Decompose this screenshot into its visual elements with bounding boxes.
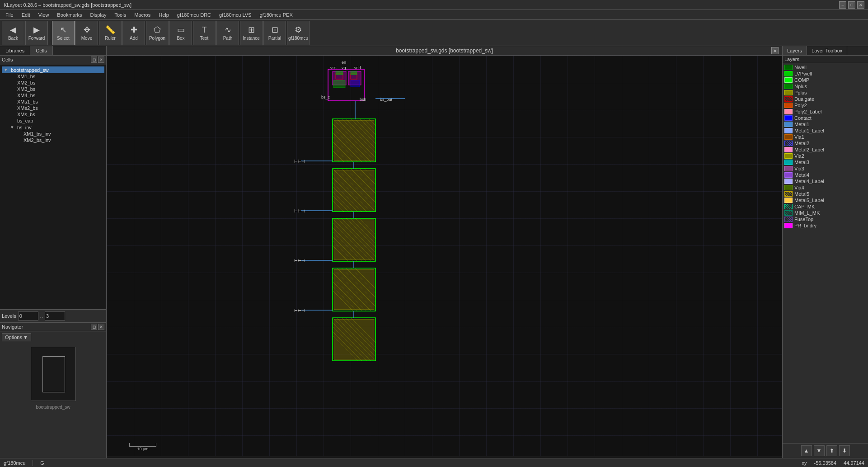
tree-item-bs_cap[interactable]: bs_cap	[2, 118, 104, 124]
tree-item-bootstrapped_sw[interactable]: ▾bootstrapped_sw	[2, 66, 104, 73]
levels-to-input[interactable]	[45, 311, 65, 321]
svg-rect-90	[336, 71, 343, 75]
layer-metal4-label[interactable]: Metal4_Label	[784, 178, 867, 184]
menu-item-gf180mcu-pex[interactable]: gf180mcu PEX	[256, 11, 296, 19]
tool-polygon[interactable]: ⬠Polygon	[146, 21, 169, 45]
tool-path[interactable]: ∿Path	[216, 21, 239, 45]
right-tab-layer-toolbox[interactable]: Layer Toolbox	[807, 46, 847, 55]
tree-item-XM4_bs[interactable]: XM4_bs	[2, 92, 104, 99]
tab-libraries[interactable]: Libraries	[0, 46, 30, 55]
menu-item-gf180mcu-drc[interactable]: gf180mcu DRC	[174, 11, 215, 19]
cell-label-XMs1_bs: XMs1_bs	[17, 99, 38, 104]
maximize-button[interactable]: □	[848, 1, 855, 9]
text-icon: T	[202, 25, 207, 35]
layer-via1[interactable]: Via1	[784, 134, 867, 140]
layer-swatch-via3	[784, 166, 793, 171]
nav-collapse-btn[interactable]: ◻	[91, 324, 97, 330]
tool-ruler[interactable]: 📏Ruler	[99, 21, 122, 45]
menu-item-macros[interactable]: Macros	[131, 11, 154, 19]
canvas-title: bootstrapped_sw.gds [bootstrapped_sw]	[117, 47, 771, 54]
toolbar-sep-2	[50, 24, 50, 42]
menu-item-display[interactable]: Display	[86, 11, 110, 19]
menu-item-view[interactable]: View	[35, 11, 53, 19]
layer-fusetop[interactable]: FuseTop	[784, 216, 867, 222]
tool-add[interactable]: ✚Add	[122, 21, 145, 45]
layer-poly2[interactable]: Poly2	[784, 102, 867, 108]
layer-move-down-button[interactable]: ▼	[814, 445, 825, 456]
layer-poly2-label[interactable]: Poly2_Label	[784, 108, 867, 115]
layer-lvpwell[interactable]: LVPwell	[784, 71, 867, 77]
nav-canvas[interactable]	[31, 347, 76, 401]
tool-forward[interactable]: ▶Forward	[25, 21, 48, 45]
layer-swatch-lvpwell	[784, 71, 793, 76]
right-tab-layers[interactable]: Layers	[783, 46, 807, 55]
layer-metal5[interactable]: Metal5	[784, 191, 867, 197]
label-vdd: vdd	[354, 66, 361, 70]
tool-select[interactable]: ↖Select	[52, 21, 75, 45]
canvas-close-button[interactable]: ✕	[771, 47, 779, 54]
tool-partial[interactable]: ⊡Partial	[263, 21, 286, 45]
partial-icon: ⊡	[272, 25, 278, 35]
layer-move-up-button[interactable]: ▲	[801, 445, 812, 456]
layer-metal1[interactable]: Metal1	[784, 121, 867, 127]
eda-canvas[interactable]: 10 μm	[107, 56, 782, 456]
tree-item-XM3_bs[interactable]: XM3_bs	[2, 86, 104, 92]
tree-collapse-btn[interactable]: ◻	[91, 57, 97, 63]
tool-box[interactable]: ▭Box	[169, 21, 192, 45]
layer-metal5-label[interactable]: Metal5_Label	[784, 197, 867, 203]
layer-swatch-mim_l_mk	[784, 210, 793, 216]
minimize-button[interactable]: –	[839, 1, 846, 9]
layer-nwell[interactable]: Nwell	[784, 64, 867, 71]
menu-item-bookmarks[interactable]: Bookmarks	[53, 11, 85, 19]
tool-instance[interactable]: ⊞Instance	[240, 21, 263, 45]
layer-swatch-fusetop	[784, 217, 793, 222]
layer-comp[interactable]: COMP	[784, 77, 867, 83]
menu-item-file[interactable]: File	[2, 11, 17, 19]
label-vg: vg	[342, 66, 346, 70]
menu-item-help[interactable]: Help	[155, 11, 173, 19]
layer-mim-l-mk[interactable]: MIM_L_MK	[784, 210, 867, 216]
tool-gf180mcu[interactable]: ⚙gf180mcu	[287, 21, 310, 45]
layer-metal4[interactable]: Metal4	[784, 172, 867, 178]
layer-nplus[interactable]: Nplus	[784, 83, 867, 90]
tab-cells[interactable]: Cells	[30, 46, 52, 55]
layer-pplus[interactable]: Pplus	[784, 90, 867, 96]
layer-cap-mk[interactable]: CAP_MK	[784, 203, 867, 210]
layer-scroll-up-button[interactable]: ⬆	[826, 445, 837, 456]
tree-item-XMs1_bs[interactable]: XMs1_bs	[2, 99, 104, 105]
layer-metal3[interactable]: Metal3	[784, 159, 867, 165]
layer-metal2[interactable]: Metal2	[784, 140, 867, 146]
tool-move[interactable]: ✥Move	[75, 21, 98, 45]
tree-item-XMs2_bs[interactable]: XMs2_bs	[2, 105, 104, 111]
layer-dualgate[interactable]: Dualgate	[784, 96, 867, 102]
tree-item-XM2_bs_inv[interactable]: XM2_bs_inv	[2, 137, 104, 143]
layer-name-metal5_label: Metal5_Label	[794, 198, 824, 203]
tree-item-XMs_bs[interactable]: XMs_bs	[2, 111, 104, 118]
menu-item-gf180mcu-lvs[interactable]: gf180mcu LVS	[216, 11, 255, 19]
layer-via3[interactable]: Via3	[784, 165, 867, 172]
tree-item-XM2_bs[interactable]: XM2_bs	[2, 80, 104, 86]
menu-item-edit[interactable]: Edit	[18, 11, 34, 19]
tree-item-XM1_bs[interactable]: XM1_bs	[2, 73, 104, 80]
tree-item-XM1_bs_inv[interactable]: XM1_bs_inv	[2, 131, 104, 137]
tool-text[interactable]: TText	[193, 21, 216, 45]
layer-via4[interactable]: Via4	[784, 184, 867, 191]
layer-swatch-metal4	[784, 172, 793, 178]
layer-pr-bndry[interactable]: PR_bndry	[784, 222, 867, 229]
menu-item-tools[interactable]: Tools	[111, 11, 130, 19]
layer-metal1-label[interactable]: Metal1_Label	[784, 127, 867, 134]
tree-item-bs_inv[interactable]: ▾bs_inv	[2, 124, 104, 131]
levels-from-input[interactable]	[18, 311, 38, 321]
tool-back[interactable]: ◀Back	[2, 21, 24, 45]
nav-options-button[interactable]: Options ▼	[2, 333, 31, 341]
layer-contact[interactable]: Contact	[784, 115, 867, 121]
lib-cell-tabs: LibrariesCells	[0, 46, 106, 56]
nav-close-btn[interactable]: ✕	[98, 324, 104, 330]
layer-scroll-down-button[interactable]: ⬇	[839, 445, 850, 456]
close-button[interactable]: ✕	[857, 1, 864, 9]
tree-close-btn[interactable]: ✕	[98, 57, 104, 63]
layer-via2[interactable]: Via2	[784, 153, 867, 159]
gf180mcu-icon: ⚙	[295, 25, 302, 35]
add-label: Add	[130, 36, 138, 41]
layer-metal2-label[interactable]: Metal2_Label	[784, 146, 867, 153]
